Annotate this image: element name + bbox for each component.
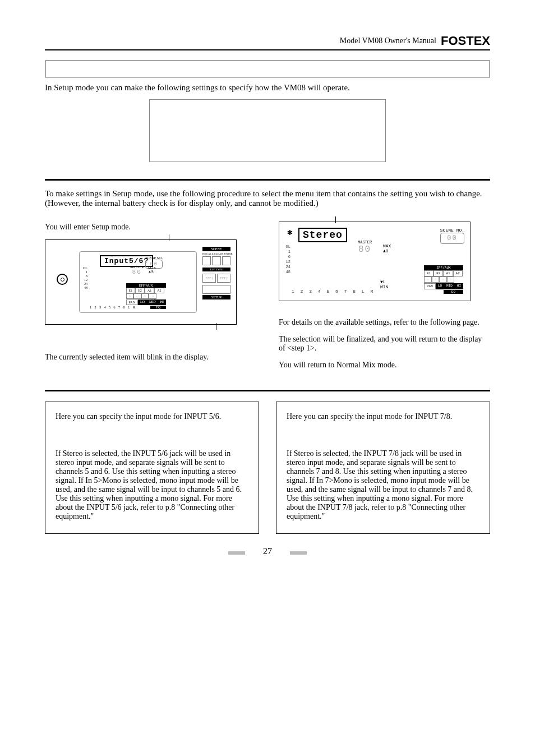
lcd-ar: ▲R [148, 270, 156, 273]
panel-eff1: EFF1 [202, 274, 216, 283]
left-column: You will enter Setup mode. Input5/6? SCE… [45, 218, 256, 377]
steps-columns: You will enter Setup mode. Input5/6? SCE… [45, 218, 490, 377]
intro-paragraph: In Setup mode you can make the following… [45, 83, 490, 93]
lcd-eff: A1 [443, 270, 453, 276]
lcd-eff: A2 [154, 288, 164, 293]
header-rule [45, 49, 490, 50]
lcd-scene-value: 00 [440, 233, 464, 244]
lcd-level: 48 [83, 286, 87, 290]
lcd-eq: LO [436, 283, 444, 289]
right-column: ✱ Stereo SCENE NO. 00 MASTER 80 MAX ▲R [279, 218, 490, 377]
lcd-level: 24 [285, 265, 290, 270]
lcd-level: 12 [285, 260, 290, 265]
panel-blank [202, 285, 230, 294]
lcd-eff: E1 [424, 270, 433, 276]
lcd-eff: E2 [433, 270, 443, 276]
lcd-max: MAX [383, 243, 391, 248]
right-note-1: For details on the available settings, r… [279, 318, 490, 327]
section-rule [45, 179, 490, 181]
lcd-level: 1 [83, 270, 87, 274]
setting-78-body: If Stereo is selected, the INPUT 7/8 jac… [287, 449, 479, 521]
lcd-eff: E2 [135, 288, 145, 293]
lcd-level: 1 [285, 250, 290, 255]
panel-setup: SETUP [202, 295, 230, 299]
setting-box-input56: Here you can specify the input mode for … [45, 402, 259, 534]
lcd-eff-header: EFF/AUX [424, 265, 463, 270]
lcd-level: 6 [285, 255, 290, 260]
lcd-eq: HI [455, 283, 463, 289]
lcd-level: 48 [285, 270, 290, 275]
lcd-level: 24 [83, 282, 87, 286]
panel-side-buttons: SCENE RECALL CLEAR STORE EFF TYPE EFF1EF… [202, 246, 230, 301]
panel-scene-label: SCENE [202, 247, 230, 251]
setting-56-intro: Here you can specify the input mode for … [56, 412, 248, 421]
panel-eff2: EFF2 [217, 274, 230, 283]
manual-title: Model VM08 Owner's Manual [340, 36, 436, 45]
lcd-level: OL [83, 266, 87, 270]
lcd-eq: HI [158, 299, 166, 305]
setting-box-input78: Here you can specify the input mode for … [276, 402, 490, 534]
panel-recall: RECALL [202, 252, 213, 255]
lcd-channels: 1 2 3 4 5 6 7 8 L R [292, 289, 375, 294]
lcd-eff: A2 [453, 270, 463, 276]
panel-store: STORE [224, 252, 233, 255]
section-title-box [45, 61, 490, 77]
section-rule [45, 390, 490, 391]
lcd-level: 6 [83, 274, 87, 278]
lcd-scene-label: SCENE NO. [440, 228, 464, 233]
page: Model VM08 Owner's Manual FOSTEX In Setu… [0, 0, 535, 579]
right-note-2: The selection will be finalized, and you… [279, 335, 490, 353]
lcd-scene-label: SCENE NO. [145, 256, 163, 260]
panel-button-icon [57, 274, 68, 285]
lcd-vl: ▼L [380, 279, 388, 284]
lcd-main-text: Stereo [298, 228, 347, 242]
device-panel-figure: Input5/6? SCENE NO. 00 MASTER 80 MAX ▲R [45, 239, 237, 325]
lcd-level: 12 [83, 278, 87, 282]
lcd-eff: A1 [145, 288, 154, 293]
lcd-master-label: MASTER [358, 240, 372, 245]
settings-row: Here you can specify the input mode for … [45, 402, 490, 534]
page-number: 27 [45, 546, 490, 556]
callout-tick [335, 216, 336, 223]
lcd-eff: E1 [126, 288, 136, 293]
lcd-eq: MID [147, 299, 158, 305]
lcd-level: OL [285, 245, 290, 250]
lcd-eq: LO [138, 299, 147, 305]
left-note-1: You will enter Setup mode. [45, 223, 256, 232]
brand-logo: FOSTEX [441, 34, 490, 48]
setting-56-body: If Stereo is selected, the INPUT 5/6 jac… [56, 449, 248, 521]
lcd-pan: PAN [424, 283, 436, 289]
left-note-2: The currently selected item will blink i… [45, 353, 256, 362]
lcd-eq-label: EQ [150, 306, 166, 309]
lcd-eq: MID [444, 283, 455, 289]
header-row: Model VM08 Owner's Manual FOSTEX [45, 34, 490, 49]
panel-clear: CLEAR [214, 252, 223, 255]
lcd-min: MIN [380, 284, 388, 289]
setting-78-intro: Here you can specify the input mode for … [287, 412, 479, 421]
lcd-ar: ▲R [383, 248, 391, 253]
lcd-master-value: 80 [130, 269, 144, 275]
overview-figure [149, 99, 386, 162]
lcd-pan: PAN [126, 299, 138, 305]
panel-eff-type: EFF TYPE [202, 268, 230, 271]
lcd-eff-header: EFF/AUX [126, 283, 166, 288]
callout-tick [169, 234, 169, 241]
right-note-3: You will return to Normal Mix mode. [279, 361, 490, 370]
lcd-figure: ✱ Stereo SCENE NO. 00 MASTER 80 MAX ▲R [279, 222, 471, 301]
callout-tick [216, 323, 216, 330]
lcd-master-value: 80 [358, 245, 372, 255]
panel-lcd: Input5/6? SCENE NO. 00 MASTER 80 MAX ▲R [79, 251, 197, 313]
steps-intro: To make settings in Setup mode, use the … [45, 189, 490, 208]
lcd-eq-label: EQ [444, 290, 463, 294]
